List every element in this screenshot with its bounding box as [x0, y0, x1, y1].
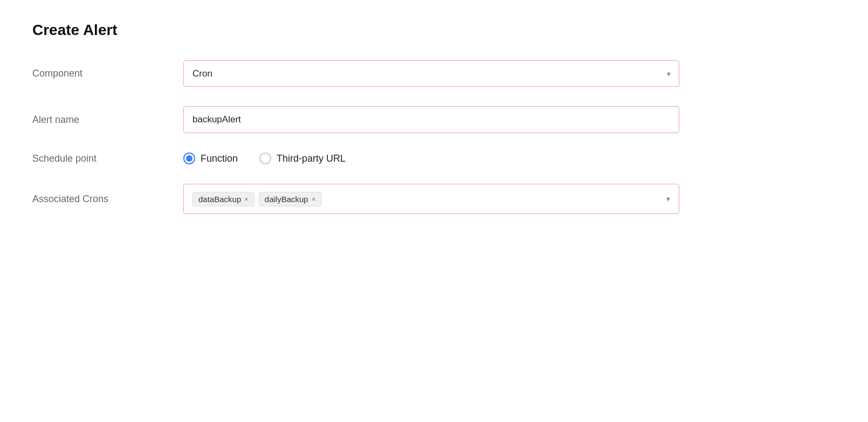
- associated-crons-field: dataBackup × dailyBackup × ▾: [183, 184, 679, 214]
- radio-option-function[interactable]: Function: [183, 153, 238, 164]
- schedule-point-field: Function Third-party URL: [183, 153, 679, 164]
- component-select[interactable]: Cron Service Function Job: [183, 60, 679, 87]
- component-select-wrapper: Cron Service Function Job ▾: [183, 60, 679, 87]
- tag-remove-dailybackup[interactable]: ×: [312, 196, 316, 203]
- schedule-point-radio-group: Function Third-party URL: [183, 153, 679, 164]
- schedule-point-row: Schedule point Function Third-party URL: [32, 153, 679, 164]
- tag-label-databackup: dataBackup: [198, 195, 241, 204]
- page-title: Create Alert: [32, 22, 679, 39]
- tag-label-dailybackup: dailyBackup: [265, 195, 308, 204]
- tag-dailybackup: dailyBackup ×: [259, 192, 321, 206]
- associated-crons-row: Associated Crons dataBackup × dailyBacku…: [32, 184, 679, 214]
- component-field: Cron Service Function Job ▾: [183, 60, 679, 87]
- radio-button-function[interactable]: [183, 153, 195, 164]
- radio-label-third-party-url: Third-party URL: [277, 153, 346, 164]
- component-label: Component: [32, 68, 183, 79]
- associated-crons-label: Associated Crons: [32, 193, 183, 205]
- tag-databackup: dataBackup ×: [192, 192, 254, 206]
- associated-crons-dropdown-arrow-icon: ▾: [666, 195, 670, 203]
- associated-crons-tags-input[interactable]: dataBackup × dailyBackup × ▾: [183, 184, 679, 214]
- alert-name-label: Alert name: [32, 114, 183, 126]
- tag-remove-databackup[interactable]: ×: [244, 196, 249, 203]
- component-row: Component Cron Service Function Job ▾: [32, 60, 679, 87]
- radio-label-function: Function: [201, 153, 238, 164]
- create-alert-form: Create Alert Component Cron Service Func…: [32, 22, 679, 214]
- alert-name-row: Alert name: [32, 106, 679, 133]
- schedule-point-label: Schedule point: [32, 153, 183, 164]
- alert-name-field: [183, 106, 679, 133]
- radio-button-third-party-url[interactable]: [259, 153, 271, 164]
- radio-option-third-party-url[interactable]: Third-party URL: [259, 153, 346, 164]
- alert-name-input[interactable]: [183, 106, 679, 133]
